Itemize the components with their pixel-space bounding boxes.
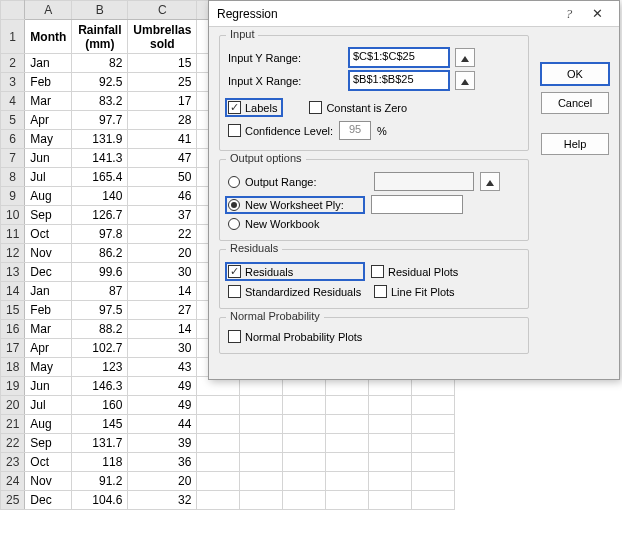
cell[interactable]: 102.7: [72, 339, 128, 358]
cell[interactable]: Oct: [25, 225, 72, 244]
cancel-button[interactable]: Cancel: [541, 92, 609, 114]
cell[interactable]: [369, 491, 412, 510]
row-header[interactable]: 13: [1, 263, 25, 282]
cell[interactable]: 44: [128, 415, 197, 434]
row-header[interactable]: 4: [1, 92, 25, 111]
cell[interactable]: [326, 491, 369, 510]
range-picker-icon[interactable]: [480, 172, 500, 191]
row-header[interactable]: 5: [1, 111, 25, 130]
new-workbook-radio[interactable]: New Workbook: [228, 218, 319, 230]
constant-zero-checkbox[interactable]: Constant is Zero: [309, 101, 407, 114]
row-header[interactable]: 1: [1, 20, 25, 54]
cell[interactable]: 87: [72, 282, 128, 301]
row-header[interactable]: 15: [1, 301, 25, 320]
cell[interactable]: [283, 453, 326, 472]
row-header[interactable]: 16: [1, 320, 25, 339]
new-worksheet-radio[interactable]: New Worksheet Ply:: [225, 196, 365, 214]
cell[interactable]: Jun: [25, 149, 72, 168]
cell[interactable]: 36: [128, 453, 197, 472]
col-header[interactable]: A: [25, 1, 72, 20]
cell[interactable]: [240, 434, 283, 453]
cell[interactable]: 43: [128, 358, 197, 377]
new-worksheet-input[interactable]: [371, 195, 463, 214]
row-header[interactable]: 10: [1, 206, 25, 225]
cell[interactable]: 83.2: [72, 92, 128, 111]
cell[interactable]: [369, 415, 412, 434]
cell[interactable]: 92.5: [72, 73, 128, 92]
row-header[interactable]: 21: [1, 415, 25, 434]
cell[interactable]: [197, 453, 240, 472]
cell[interactable]: [197, 434, 240, 453]
cell[interactable]: 88.2: [72, 320, 128, 339]
y-range-input[interactable]: $C$1:$C$25: [349, 48, 449, 67]
cell[interactable]: [412, 491, 455, 510]
cell[interactable]: [326, 434, 369, 453]
cell[interactable]: [197, 491, 240, 510]
cell[interactable]: 27: [128, 301, 197, 320]
cell[interactable]: Feb: [25, 73, 72, 92]
cell[interactable]: Mar: [25, 320, 72, 339]
cell[interactable]: Jan: [25, 54, 72, 73]
cell[interactable]: Jan: [25, 282, 72, 301]
cell[interactable]: [197, 472, 240, 491]
cell[interactable]: 118: [72, 453, 128, 472]
cell[interactable]: 30: [128, 263, 197, 282]
cell[interactable]: 104.6: [72, 491, 128, 510]
cell[interactable]: Jun: [25, 377, 72, 396]
cell[interactable]: [283, 396, 326, 415]
cell[interactable]: Jul: [25, 396, 72, 415]
cell[interactable]: Mar: [25, 92, 72, 111]
cell[interactable]: Apr: [25, 111, 72, 130]
row-header[interactable]: 17: [1, 339, 25, 358]
cell[interactable]: 131.9: [72, 130, 128, 149]
cell[interactable]: [240, 472, 283, 491]
row-header[interactable]: 24: [1, 472, 25, 491]
cell[interactable]: 146.3: [72, 377, 128, 396]
row-header[interactable]: 12: [1, 244, 25, 263]
help-button[interactable]: Help: [541, 133, 609, 155]
range-picker-icon[interactable]: [455, 71, 475, 90]
row-header[interactable]: 11: [1, 225, 25, 244]
cell[interactable]: [412, 472, 455, 491]
cell[interactable]: 131.7: [72, 434, 128, 453]
cell[interactable]: 97.7: [72, 111, 128, 130]
cell[interactable]: 28: [128, 111, 197, 130]
cell[interactable]: 22: [128, 225, 197, 244]
cell[interactable]: 165.4: [72, 168, 128, 187]
close-icon[interactable]: ✕: [583, 6, 611, 21]
cell[interactable]: [326, 415, 369, 434]
cell[interactable]: [240, 491, 283, 510]
cell[interactable]: [412, 396, 455, 415]
cell[interactable]: 141.3: [72, 149, 128, 168]
normal-prob-checkbox[interactable]: Normal Probability Plots: [228, 330, 362, 343]
dialog-titlebar[interactable]: Regression ? ✕: [209, 1, 619, 27]
cell[interactable]: 30: [128, 339, 197, 358]
cell[interactable]: 25: [128, 73, 197, 92]
cell[interactable]: [283, 415, 326, 434]
cell[interactable]: [412, 434, 455, 453]
row-header[interactable]: 3: [1, 73, 25, 92]
cell[interactable]: Rainfall (mm): [72, 20, 128, 54]
row-header[interactable]: 23: [1, 453, 25, 472]
cell[interactable]: 97.8: [72, 225, 128, 244]
cell[interactable]: Month: [25, 20, 72, 54]
cell[interactable]: 15: [128, 54, 197, 73]
cell[interactable]: [283, 491, 326, 510]
output-range-radio[interactable]: Output Range:: [228, 176, 368, 188]
cell[interactable]: Aug: [25, 415, 72, 434]
cell[interactable]: [326, 472, 369, 491]
cell[interactable]: [369, 396, 412, 415]
cell[interactable]: [197, 415, 240, 434]
cell[interactable]: 91.2: [72, 472, 128, 491]
cell[interactable]: [369, 434, 412, 453]
cell[interactable]: Sep: [25, 206, 72, 225]
cell[interactable]: Apr: [25, 339, 72, 358]
cell[interactable]: Nov: [25, 244, 72, 263]
help-icon[interactable]: ?: [555, 6, 583, 22]
cell[interactable]: [283, 434, 326, 453]
cell[interactable]: Nov: [25, 472, 72, 491]
cell[interactable]: 99.6: [72, 263, 128, 282]
row-header[interactable]: 22: [1, 434, 25, 453]
cell[interactable]: 46: [128, 187, 197, 206]
cell[interactable]: Jul: [25, 168, 72, 187]
